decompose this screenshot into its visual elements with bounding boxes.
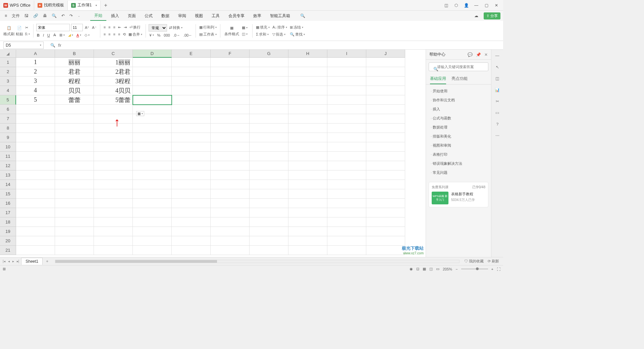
cell[interactable] [133,217,172,227]
redo-icon[interactable]: ↷ [67,12,75,19]
more-icon[interactable]: ⋯ [494,132,501,139]
increase-font-icon[interactable]: A⁺ [84,24,90,31]
view-break-icon[interactable]: ▭ [436,267,439,271]
layout-icon[interactable]: ◫ [443,3,449,8]
help-item[interactable]: 视图和审阅 [426,141,491,150]
cell[interactable] [211,133,250,142]
row-header[interactable]: 16 [0,199,16,208]
share-button[interactable]: ⇧ 分享 [484,12,500,19]
chat-icon[interactable]: 💬 [468,52,473,57]
cell[interactable] [250,180,288,189]
column-header[interactable]: I [327,50,366,58]
cell[interactable] [133,189,172,199]
cell[interactable] [133,199,172,208]
paste-button[interactable]: 📄 粘贴 [16,25,23,37]
sum-button[interactable]: Σ求和▾ [255,32,270,37]
cell[interactable] [211,152,250,161]
cell[interactable] [288,114,327,123]
filter-button[interactable]: ▽筛选▾ [272,32,288,37]
menu-insert[interactable]: 插入 [107,11,123,20]
cell[interactable] [172,236,211,246]
cell[interactable] [366,77,405,86]
cell[interactable] [211,170,250,180]
cell[interactable] [366,86,405,95]
cell[interactable] [211,227,250,236]
menu-member[interactable]: 会员专享 [224,11,249,20]
cell[interactable] [366,142,405,152]
font-color-icon[interactable]: A▾ [76,33,82,38]
refresh-button[interactable]: ⟳ 刷新 [488,259,499,264]
hamburger-icon[interactable]: ≡ [3,12,9,19]
cell[interactable] [16,105,55,114]
align-top-icon[interactable]: ≡ [103,24,106,30]
menu-page[interactable]: 页面 [124,11,140,20]
cell[interactable] [172,208,211,217]
cell[interactable] [55,123,94,133]
cell[interactable] [172,133,211,142]
cell[interactable] [250,77,288,86]
maximize-icon[interactable]: ▢ [484,3,489,8]
cell[interactable] [366,161,405,170]
cell[interactable] [172,217,211,227]
help-item[interactable]: 常见问题 [426,168,491,177]
row-header[interactable]: 18 [0,217,16,227]
cell[interactable] [211,208,250,217]
cell[interactable] [288,227,327,236]
cell[interactable] [133,123,172,133]
print-icon[interactable]: 🖶 [41,12,49,19]
column-header[interactable]: D [133,50,172,58]
cell[interactable] [366,170,405,180]
zoom-value[interactable]: 205% [443,267,452,271]
cell[interactable] [250,227,288,236]
cell[interactable] [133,161,172,170]
cell[interactable] [16,208,55,217]
cell[interactable] [16,123,55,133]
cell[interactable] [16,199,55,208]
cell[interactable] [327,217,366,227]
row-header[interactable]: 13 [0,170,16,180]
cell[interactable] [211,67,250,77]
cell[interactable] [172,95,211,105]
cell[interactable] [288,77,327,86]
link-icon[interactable]: 🔗 [31,12,40,19]
dec-decimal-icon[interactable]: .00← [183,33,193,38]
cell[interactable] [288,67,327,77]
cell[interactable] [55,217,94,227]
cell[interactable] [288,208,327,217]
bold-icon[interactable]: B [36,33,40,38]
cell[interactable] [94,208,133,217]
cell[interactable] [250,161,288,170]
cell[interactable] [133,133,172,142]
style-icon[interactable]: ◫ [494,75,501,82]
cell[interactable] [94,123,133,133]
cell[interactable] [288,189,327,199]
cell[interactable] [133,236,172,246]
cell[interactable] [366,217,405,227]
clear-format-icon[interactable]: ◇▾ [84,33,90,38]
cell[interactable] [172,114,211,123]
cell[interactable] [16,189,55,199]
cell[interactable] [366,246,405,255]
cell[interactable] [211,58,250,67]
cell[interactable] [327,208,366,217]
cell[interactable] [133,58,172,67]
cell[interactable] [55,161,94,170]
cell[interactable] [55,180,94,189]
tools-icon[interactable]: ✂ [494,98,501,105]
align-center-icon[interactable]: ≡ [108,32,111,37]
book-icon[interactable]: ▭ [494,109,501,116]
format-brush-button[interactable]: 📋 格式刷 [3,25,14,37]
cell[interactable] [288,95,327,105]
prev-sheet-icon[interactable]: ◂ [7,259,10,263]
cell[interactable] [133,152,172,161]
cell[interactable] [211,123,250,133]
column-header[interactable]: C [94,50,133,58]
row-header[interactable]: 15 [0,189,16,199]
font-select[interactable] [36,24,70,31]
help-icon[interactable]: ？ [494,121,501,128]
add-sheet-button[interactable]: + [44,259,50,264]
cell[interactable]: 贝贝 [55,86,94,95]
cell[interactable] [327,123,366,133]
cell[interactable] [327,105,366,114]
fill-button[interactable]: ▦填充▾ [255,24,270,30]
